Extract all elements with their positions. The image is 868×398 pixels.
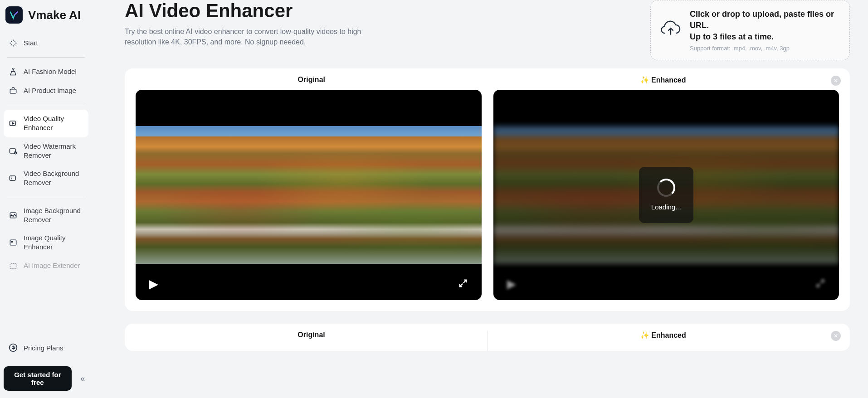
briefcase-icon: [8, 86, 18, 96]
enhanced-label: Enhanced: [488, 76, 839, 84]
svg-point-7: [11, 241, 13, 243]
nav-label: Image Background Remover: [24, 206, 84, 225]
nav-video-watermark-remover[interactable]: Video Watermark Remover: [4, 137, 88, 165]
sidebar: Vmake AI Start AI Fashion Model: [0, 0, 92, 398]
loading-overlay: Loading...: [639, 167, 693, 223]
pricing-icon: [8, 343, 18, 353]
preview-card-2: ✕ Original Enhanced: [125, 324, 850, 351]
loading-text: Loading...: [651, 203, 681, 211]
nav-label: Video Quality Enhancer: [24, 114, 84, 133]
upload-line2: Up to 3 files at a time.: [690, 31, 839, 43]
image-bg-icon: [8, 210, 18, 220]
svg-rect-0: [10, 89, 16, 93]
nav-label: AI Fashion Model: [24, 67, 77, 76]
nav-label: Video Watermark Remover: [24, 142, 84, 160]
page-subtitle: Try the best online AI video enhancer to…: [125, 26, 370, 47]
divider: [7, 57, 85, 58]
nav-label: AI Image Extender: [24, 261, 80, 270]
nav-fashion-model[interactable]: AI Fashion Model: [4, 62, 88, 81]
spinner-icon: [657, 179, 675, 197]
close-icon: ✕: [834, 78, 838, 84]
nav-label: Start: [24, 39, 38, 48]
enhanced-label: Enhanced: [487, 331, 839, 351]
video-thumbnail: [136, 126, 482, 264]
sparkle-icon: [8, 38, 18, 48]
play-icon: ▶: [149, 277, 158, 291]
video-enhance-icon: [8, 118, 18, 128]
sidebar-footer: Pricing Plans Get started for free «: [0, 335, 92, 398]
page-title: AI Video Enhancer: [125, 0, 632, 22]
close-preview-button[interactable]: ✕: [831, 331, 841, 341]
play-button[interactable]: ▶: [507, 277, 516, 291]
nav-product-image[interactable]: AI Product Image: [4, 81, 88, 100]
collapse-sidebar-button[interactable]: «: [77, 372, 88, 385]
svg-rect-4: [10, 176, 16, 180]
upload-dropzone[interactable]: Click or drop to upload, paste files or …: [650, 0, 850, 60]
nav-video-background-remover[interactable]: Video Background Remover: [4, 165, 88, 192]
upload-line1: Click or drop to upload, paste files or …: [690, 9, 839, 31]
image-extend-icon: [8, 261, 18, 271]
logo-mark-icon: [5, 6, 23, 24]
play-icon: ▶: [507, 277, 516, 291]
video-bg-icon: [8, 173, 18, 183]
nav-video-quality-enhancer[interactable]: Video Quality Enhancer: [4, 110, 88, 137]
nav-label: Image Quality Enhancer: [24, 233, 84, 252]
nav-label: AI Product Image: [24, 86, 76, 95]
enhanced-video: ▶ Loading...: [493, 90, 839, 300]
svg-rect-6: [10, 240, 16, 245]
brand-name: Vmake AI: [28, 8, 81, 22]
nav-pricing[interactable]: Pricing Plans: [4, 338, 88, 357]
original-video: ▶: [136, 90, 482, 300]
brand-logo[interactable]: Vmake AI: [0, 0, 92, 30]
nav-label: Video Background Remover: [24, 169, 84, 188]
nav-image-background-remover[interactable]: Image Background Remover: [4, 202, 88, 229]
expand-icon: [815, 278, 825, 288]
play-button[interactable]: ▶: [149, 277, 158, 291]
close-icon: ✕: [834, 333, 838, 339]
dress-icon: [8, 67, 18, 77]
nav-ai-image-extender[interactable]: AI Image Extender: [4, 257, 88, 276]
get-started-button[interactable]: Get started for free: [4, 366, 72, 391]
divider: [7, 105, 85, 105]
nav-image-quality-enhancer[interactable]: Image Quality Enhancer: [4, 229, 88, 257]
fullscreen-button[interactable]: [458, 278, 468, 290]
cloud-upload-icon: [661, 20, 681, 40]
expand-icon: [458, 278, 468, 288]
image-enhance-icon: [8, 238, 18, 248]
main-content: AI Video Enhancer Try the best online AI…: [92, 0, 868, 398]
divider: [7, 197, 85, 197]
preview-card: ✕ Original Enhanced ▶: [125, 68, 850, 311]
video-watermark-icon: [8, 146, 18, 156]
svg-rect-8: [10, 263, 16, 269]
chevron-double-left-icon: «: [80, 374, 85, 383]
original-label: Original: [136, 331, 487, 351]
original-label: Original: [136, 76, 488, 84]
nav-label: Pricing Plans: [24, 344, 63, 352]
upload-formats: Support format: .mp4, .mov, .m4v, 3gp: [690, 45, 839, 52]
nav-list: Start AI Fashion Model AI Product Image: [0, 30, 92, 335]
fullscreen-button[interactable]: [815, 278, 825, 290]
nav-start[interactable]: Start: [4, 34, 88, 53]
close-preview-button[interactable]: ✕: [831, 76, 841, 86]
